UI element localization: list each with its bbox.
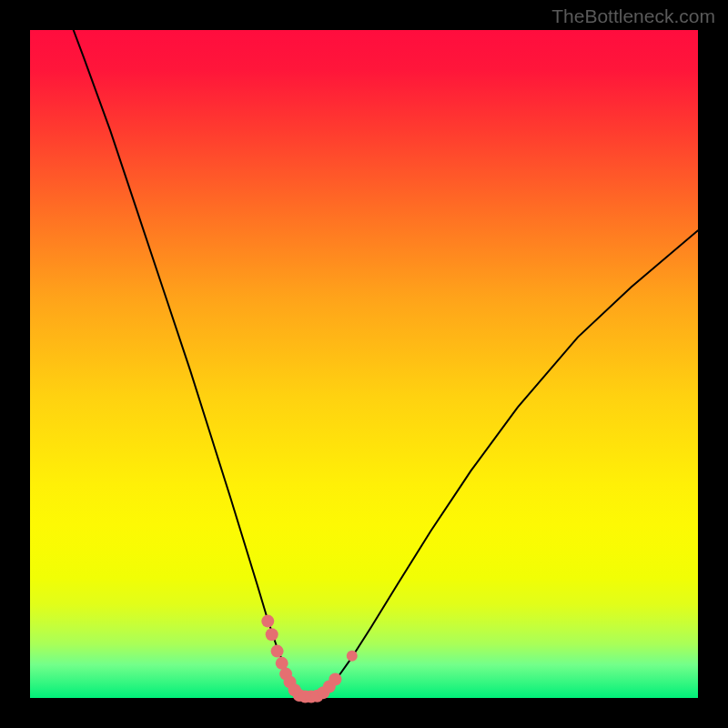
plot-gradient xyxy=(30,30,698,698)
watermark-label: TheBottleneck.com xyxy=(551,5,715,27)
